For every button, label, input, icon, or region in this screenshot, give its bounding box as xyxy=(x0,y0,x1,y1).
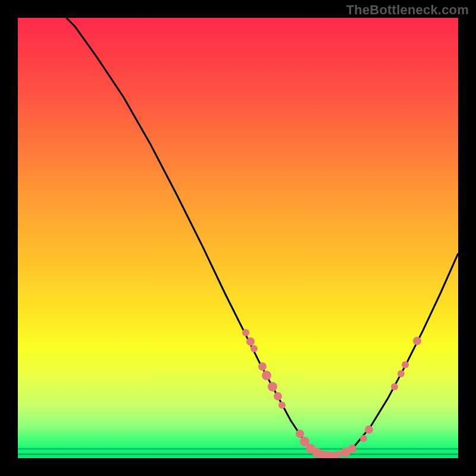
data-marker xyxy=(348,444,356,453)
data-marker xyxy=(242,329,249,336)
data-marker xyxy=(397,370,405,377)
data-marker xyxy=(268,382,277,392)
data-marker xyxy=(360,435,367,442)
data-marker xyxy=(250,345,258,352)
data-marker xyxy=(413,337,421,345)
data-marker xyxy=(246,337,255,346)
data-marker xyxy=(334,451,342,458)
data-marker xyxy=(278,402,286,409)
data-marker xyxy=(402,361,409,368)
curve-svg xyxy=(18,18,458,458)
data-marker xyxy=(365,425,373,434)
data-marker xyxy=(391,383,398,390)
data-marker xyxy=(258,362,267,371)
watermark-text: TheBottleneck.com xyxy=(346,2,469,18)
data-marker xyxy=(262,371,271,380)
main-curve xyxy=(66,18,458,456)
data-marker xyxy=(274,392,282,400)
plot-area xyxy=(18,18,458,458)
chart-container: TheBottleneck.com xyxy=(0,0,476,476)
